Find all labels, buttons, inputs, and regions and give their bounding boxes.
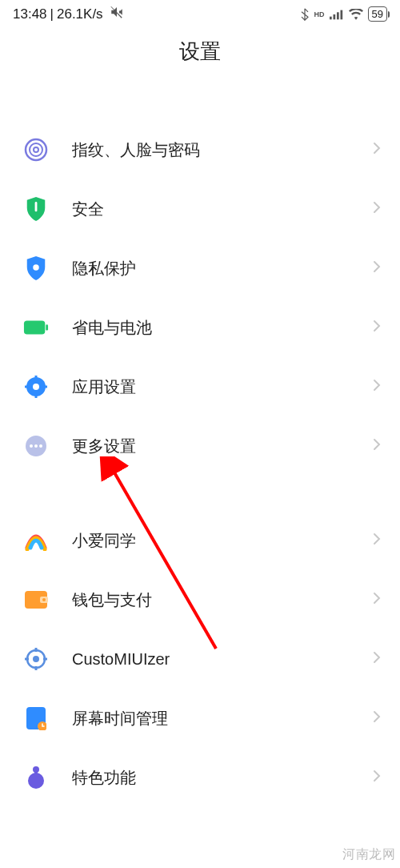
screentime-icon (22, 705, 50, 732)
status-time: 13:48 (13, 6, 47, 22)
row-label: CustoMIUIzer (72, 650, 373, 669)
svg-rect-26 (35, 666, 38, 670)
settings-group-1: 指纹、人脸与密码 安全 隐私保护 省电与电池 应用设置 更多设置 (0, 120, 400, 476)
svg-rect-28 (43, 658, 47, 661)
hd-icon: HD (314, 10, 325, 18)
row-label: 钱包与支付 (72, 589, 373, 611)
row-xiaoai[interactable]: 小爱同学 (0, 511, 400, 570)
svg-point-11 (33, 384, 39, 390)
row-screentime[interactable]: 屏幕时间管理 (0, 689, 400, 748)
settings-group-2: 小爱同学 钱包与支付 CustoMIUIzer 屏幕时间管理 特色功能 (0, 511, 400, 807)
row-label: 更多设置 (72, 436, 373, 457)
svg-rect-2 (337, 12, 339, 19)
row-more-settings[interactable]: 更多设置 (0, 416, 400, 476)
row-label: 特色功能 (72, 767, 373, 789)
battery-indicator: 59 (368, 6, 387, 22)
feature-icon (22, 764, 50, 791)
row-apps[interactable]: 应用设置 (0, 357, 400, 416)
svg-point-6 (34, 147, 38, 152)
privacy-icon (22, 255, 50, 282)
bluetooth-icon (300, 8, 310, 21)
row-label: 隐私保护 (72, 258, 373, 279)
row-label: 指纹、人脸与密码 (72, 139, 373, 161)
customiuizer-icon (22, 645, 50, 673)
row-wallet[interactable]: 钱包与支付 (0, 570, 400, 629)
row-battery[interactable]: 省电与电池 (0, 298, 400, 357)
fingerprint-icon (22, 136, 50, 163)
row-fingerprint[interactable]: 指纹、人脸与密码 (0, 120, 400, 179)
svg-rect-25 (35, 648, 38, 652)
chevron-right-icon (373, 651, 381, 667)
row-security[interactable]: 安全 (0, 179, 400, 239)
row-features[interactable]: 特色功能 (0, 748, 400, 807)
status-net-speed: 26.1K/s (57, 6, 103, 22)
svg-rect-0 (330, 16, 332, 19)
chevron-right-icon (373, 592, 381, 608)
wifi-icon (349, 9, 363, 20)
row-privacy[interactable]: 隐私保护 (0, 239, 400, 298)
chevron-right-icon (373, 532, 381, 549)
status-bar: 13:48 | 26.1K/s HD 59 (0, 0, 400, 26)
row-label: 安全 (72, 199, 373, 220)
svg-rect-27 (25, 658, 29, 661)
row-label: 小爱同学 (72, 530, 373, 552)
svg-point-19 (39, 444, 42, 448)
chevron-right-icon (373, 201, 381, 217)
chevron-right-icon (373, 379, 381, 395)
chevron-right-icon (373, 770, 381, 786)
gear-icon (22, 373, 50, 400)
chevron-right-icon (373, 319, 381, 336)
page-title: 设置 (0, 26, 400, 85)
chevron-right-icon (373, 142, 381, 158)
wallet-icon (22, 586, 50, 613)
svg-point-5 (30, 143, 42, 156)
shield-icon (22, 195, 50, 223)
svg-rect-33 (34, 771, 38, 776)
svg-point-24 (33, 656, 39, 662)
watermark: 河南龙网 (342, 846, 395, 863)
battery-icon (22, 314, 50, 341)
svg-rect-9 (46, 324, 48, 331)
row-label: 屏幕时间管理 (72, 708, 373, 729)
svg-point-7 (33, 264, 39, 271)
row-label: 应用设置 (72, 376, 373, 398)
more-icon (22, 432, 50, 460)
svg-point-4 (26, 139, 46, 160)
svg-point-17 (30, 444, 33, 448)
chevron-right-icon (373, 438, 381, 454)
mute-icon (110, 5, 124, 23)
xiaoai-icon (22, 527, 50, 554)
svg-rect-8 (24, 321, 45, 335)
row-customiuizer[interactable]: CustoMIUIzer (0, 629, 400, 689)
signal-icon (330, 9, 344, 20)
chevron-right-icon (373, 710, 381, 726)
row-label: 省电与电池 (72, 317, 373, 339)
svg-rect-1 (333, 14, 335, 19)
chevron-right-icon (373, 260, 381, 276)
svg-rect-3 (340, 10, 342, 19)
svg-point-18 (34, 444, 38, 448)
svg-point-22 (42, 598, 46, 601)
